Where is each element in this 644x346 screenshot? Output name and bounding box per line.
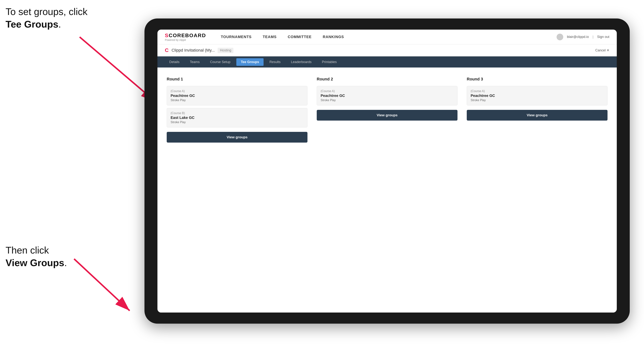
tab-course-setup[interactable]: Course Setup bbox=[206, 58, 235, 66]
round-3-view-groups-button[interactable]: View groups bbox=[467, 110, 608, 121]
tab-details[interactable]: Details bbox=[165, 58, 184, 66]
hosting-badge: Hosting bbox=[218, 48, 233, 53]
logo-c-letter: S bbox=[165, 32, 169, 38]
round-1-title: Round 1 bbox=[167, 77, 308, 82]
instruction-top-period: . bbox=[58, 19, 61, 30]
tablet-screen: SCOREBOARD Powered by clippit TOURNAMENT… bbox=[158, 30, 617, 313]
logo-area: SCOREBOARD Powered by clippit bbox=[165, 32, 206, 41]
round-1-view-groups-button[interactable]: View groups bbox=[167, 132, 308, 143]
avatar bbox=[556, 34, 563, 40]
svg-line-1 bbox=[80, 37, 156, 102]
round-3-course-a-label: (Course A) bbox=[471, 90, 604, 93]
round-3-course-a-card: (Course A) Peachtree GC Stroke Play bbox=[467, 86, 608, 105]
sub-header-title: Clippd Invitational (My... bbox=[172, 48, 215, 53]
nav-tournaments[interactable]: TOURNAMENTS bbox=[221, 33, 252, 40]
round-1-course-b-card: (Course B) East Lake GC Stroke Play bbox=[167, 108, 308, 127]
round-2-title: Round 2 bbox=[317, 77, 458, 82]
round-1-course-b-label: (Course B) bbox=[170, 112, 304, 115]
svg-line-3 bbox=[74, 259, 130, 311]
tab-bar: Details Teams Course Setup Tee Groups Re… bbox=[158, 56, 617, 67]
nav-teams[interactable]: TEAMS bbox=[263, 33, 276, 40]
sub-header-left: C Clippd Invitational (My... Hosting bbox=[165, 47, 233, 53]
round-2-course-a-card: (Course A) Peachtree GC Stroke Play bbox=[317, 86, 458, 105]
round-1-course-a-label: (Course A) bbox=[170, 90, 304, 93]
round-2-view-groups-button[interactable]: View groups bbox=[317, 110, 458, 121]
tab-tee-groups[interactable]: Tee Groups bbox=[236, 58, 264, 66]
round-2-course-a-name: Peachtree GC bbox=[320, 94, 454, 98]
round-2-column: Round 2 (Course A) Peachtree GC Stroke P… bbox=[317, 77, 458, 143]
round-1-course-a-name: Peachtree GC bbox=[170, 94, 304, 98]
logo-text: SCOREBOARD bbox=[165, 32, 206, 38]
round-3-course-a-format: Stroke Play bbox=[471, 99, 604, 102]
tab-leaderboards[interactable]: Leaderboards bbox=[286, 58, 316, 66]
tab-teams[interactable]: Teams bbox=[186, 58, 204, 66]
round-2-course-a-format: Stroke Play bbox=[320, 99, 454, 102]
user-email: blair@clippd.io bbox=[567, 35, 589, 39]
nav-committee[interactable]: COMMITTEE bbox=[288, 33, 312, 40]
tab-results[interactable]: Results bbox=[265, 58, 285, 66]
logo-sub: Powered by clippit bbox=[165, 38, 206, 41]
arrow-bottom-view-groups bbox=[52, 250, 144, 324]
rounds-container: Round 1 (Course A) Peachtree GC Stroke P… bbox=[167, 77, 608, 143]
round-1-course-a-format: Stroke Play bbox=[170, 99, 304, 102]
main-content: Round 1 (Course A) Peachtree GC Stroke P… bbox=[158, 67, 617, 313]
nav-rankings[interactable]: RANKINGS bbox=[323, 33, 344, 40]
round-1-course-b-format: Stroke Play bbox=[170, 121, 304, 124]
round-1-column: Round 1 (Course A) Peachtree GC Stroke P… bbox=[167, 77, 308, 143]
instruction-top-emphasis: Tee Groups bbox=[6, 19, 58, 30]
tab-printables[interactable]: Printables bbox=[318, 58, 341, 66]
round-3-title: Round 3 bbox=[467, 77, 608, 82]
sign-out-link[interactable]: Sign out bbox=[597, 35, 609, 39]
nav-right: blair@clippd.io | Sign out bbox=[556, 34, 609, 40]
sub-header-c-logo: C bbox=[165, 47, 168, 53]
round-3-column: Round 3 (Course A) Peachtree GC Stroke P… bbox=[467, 77, 608, 143]
cancel-button[interactable]: Cancel ✕ bbox=[595, 48, 609, 52]
top-nav: SCOREBOARD Powered by clippit TOURNAMENT… bbox=[158, 30, 617, 44]
round-3-course-a-name: Peachtree GC bbox=[471, 94, 604, 98]
instruction-bottom-line1: Then click bbox=[6, 245, 49, 256]
sub-header: C Clippd Invitational (My... Hosting Can… bbox=[158, 44, 617, 56]
tablet-frame: SCOREBOARD Powered by clippit TOURNAMENT… bbox=[144, 18, 630, 324]
round-1-course-b-name: East Lake GC bbox=[170, 116, 304, 120]
round-2-course-a-label: (Course A) bbox=[320, 90, 454, 93]
instruction-top-line1: To set groups, click bbox=[6, 6, 88, 17]
round-1-course-a-card: (Course A) Peachtree GC Stroke Play bbox=[167, 86, 308, 105]
